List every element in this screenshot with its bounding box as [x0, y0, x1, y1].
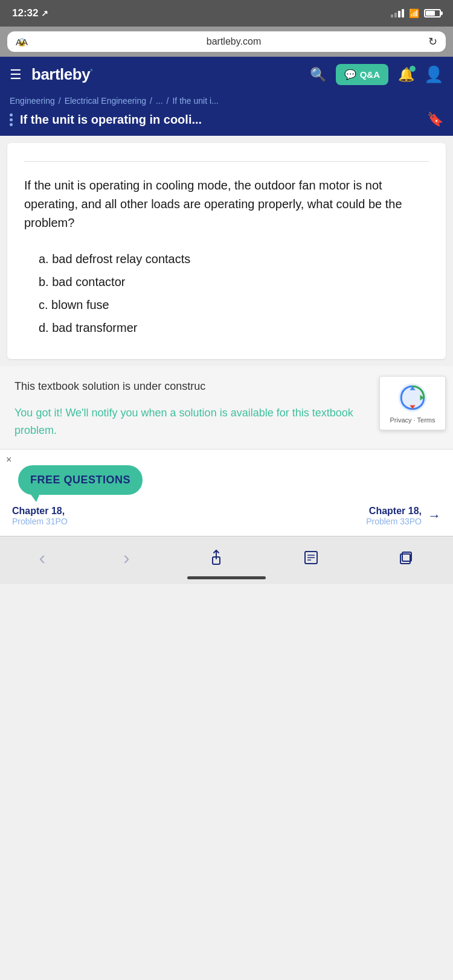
share-icon [208, 549, 225, 566]
status-bar: 12:32 ↗ 📶 [0, 0, 453, 27]
question-text: If the unit is operating in cooling mode… [24, 176, 429, 232]
browser-toolbar: ‹ › [0, 536, 453, 584]
tabs-icon [397, 549, 414, 566]
more-options-icon[interactable] [10, 113, 13, 126]
notify-text: You got it! We'll notify you when a solu… [14, 404, 368, 439]
recaptcha-links: Privacy · Terms [390, 416, 435, 424]
font-size-control[interactable]: AA [16, 37, 28, 47]
right-problem: Problem 33PO [366, 517, 422, 526]
next-arrow-icon[interactable]: → [428, 508, 441, 524]
url-bar[interactable]: AA 🔒 bartleby.com ↻ [7, 31, 446, 52]
option-c: c. blown fuse [39, 295, 429, 314]
answer-options: a. bad defrost relay contacts b. bad con… [24, 249, 429, 337]
speech-bubble-tail [30, 494, 40, 502]
wifi-icon: 📶 [409, 8, 419, 18]
breadcrumb: Engineering / Electrical Engineering / .… [10, 96, 443, 106]
breadcrumb-ellipsis[interactable]: ... [156, 96, 163, 106]
right-chapter: Chapter 18, [366, 506, 422, 517]
forward-button[interactable]: › [114, 542, 140, 574]
option-d: d. bad transformer [39, 318, 429, 337]
prev-problem[interactable]: Chapter 18, Problem 31PO [12, 506, 68, 526]
left-problem: Problem 31PO [12, 517, 68, 526]
user-account-button[interactable]: 👤 [424, 65, 443, 84]
bottom-banner: × FREE QUESTIONS Chapter 18, Problem 31P… [0, 449, 453, 536]
reading-list-icon [303, 549, 320, 566]
page-title: If the unit is operating in cooli... [20, 113, 420, 127]
next-problem[interactable]: Chapter 18, Problem 33PO → [366, 506, 441, 526]
browser-bar: AA 🔒 bartleby.com ↻ [0, 27, 453, 57]
reading-list-button[interactable] [293, 544, 329, 571]
url-display[interactable]: bartleby.com [31, 36, 436, 47]
breadcrumb-container: Engineering / Electrical Engineering / .… [0, 92, 453, 106]
battery-icon [424, 9, 441, 18]
search-button[interactable]: 🔍 [310, 67, 326, 83]
free-questions-button[interactable]: FREE QUESTIONS [18, 465, 143, 495]
question-card: If the unit is operating in cooling mode… [7, 143, 446, 359]
left-chapter: Chapter 18, [12, 506, 68, 517]
breadcrumb-current[interactable]: If the unit i... [172, 96, 218, 106]
construction-text: This textbook solution is under construc [14, 378, 368, 395]
terms-link[interactable]: Terms [417, 416, 435, 424]
breadcrumb-electrical[interactable]: Electrical Engineering [65, 96, 146, 106]
recaptcha-logo-icon [397, 383, 428, 413]
construction-section: This textbook solution is under construc… [0, 366, 453, 449]
close-banner-button[interactable]: × [6, 454, 11, 465]
notification-button[interactable]: 🔔 [398, 67, 414, 83]
recaptcha-widget: Privacy · Terms [379, 376, 446, 430]
nav-header: ☰ bartleby° 🔍 💬 Q&A 🔔 👤 [0, 57, 453, 92]
page-title-bar: If the unit is operating in cooli... 🔖 [0, 106, 453, 136]
option-a: a. bad defrost relay contacts [39, 249, 429, 269]
breadcrumb-sep-3: / [167, 96, 169, 106]
qa-label: Q&A [360, 69, 380, 80]
brand-logo[interactable]: bartleby° [31, 65, 92, 84]
home-indicator [187, 576, 266, 579]
status-icons: 📶 [391, 8, 441, 18]
refresh-button[interactable]: ↻ [428, 35, 437, 48]
hamburger-menu-button[interactable]: ☰ [10, 67, 22, 83]
privacy-link[interactable]: Privacy [390, 416, 412, 424]
time-display: 12:32 [12, 7, 38, 19]
tabs-button[interactable] [388, 544, 424, 571]
back-button[interactable]: ‹ [29, 542, 55, 574]
free-questions-label: FREE QUESTIONS [30, 474, 130, 486]
notification-dot [410, 66, 416, 72]
breadcrumb-engineering[interactable]: Engineering [10, 96, 55, 106]
option-b: b. bad contactor [39, 272, 429, 291]
breadcrumb-sep-1: / [59, 96, 61, 106]
qa-button[interactable]: 💬 Q&A [336, 64, 388, 85]
status-time: 12:32 ↗ [12, 7, 48, 19]
divider [24, 161, 429, 162]
signal-icon [391, 9, 404, 18]
breadcrumb-sep-2: / [150, 96, 152, 106]
share-button[interactable] [198, 544, 234, 571]
bookmark-button[interactable]: 🔖 [427, 112, 443, 127]
chat-icon: 💬 [344, 69, 356, 80]
chapter-nav: Chapter 18, Problem 31PO Chapter 18, Pro… [12, 506, 441, 526]
location-icon: ↗ [41, 8, 48, 18]
